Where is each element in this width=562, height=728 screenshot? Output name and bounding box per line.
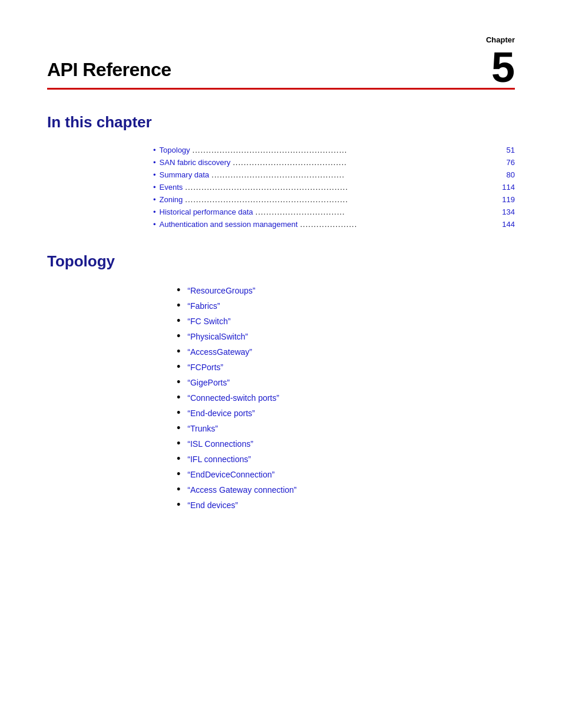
toc-dots-7: ..................... [300, 220, 495, 229]
toc-item-san: • SAN fabric discovery .................… [153, 158, 515, 167]
toc-page-7: 144 [497, 220, 515, 229]
list-item: • “ISL Connections” [177, 438, 515, 449]
topology-heading: Topology [47, 252, 515, 271]
list-item: • “FCPorts” [177, 361, 515, 372]
red-divider [47, 88, 515, 90]
link-fc-switch[interactable]: “FC Switch” [187, 317, 230, 326]
toc-link-summary[interactable]: Summary data [160, 170, 210, 179]
toc-link-topology[interactable]: Topology [160, 146, 190, 154]
toc-link-historical[interactable]: Historical performance data [160, 207, 253, 216]
toc-dots-5: ........................................… [185, 195, 495, 204]
list-item: • “Access Gateway connection” [177, 484, 515, 495]
toc-page-2: 76 [497, 158, 515, 167]
list-item: • “End devices” [177, 499, 515, 510]
bullet-icon-12: • [177, 453, 180, 464]
toc-link-events[interactable]: Events [160, 183, 183, 192]
list-item: • “IFL connections” [177, 453, 515, 464]
list-item: • “Trunks” [177, 423, 515, 433]
toc-dots-1: ........................................… [193, 146, 495, 154]
toc-item-events: • Events ...............................… [153, 183, 515, 192]
link-end-devices[interactable]: “End devices” [187, 500, 238, 510]
toc-item-historical: • Historical performance data ..........… [153, 207, 515, 216]
toc-item-summary: • Summary data .........................… [153, 170, 515, 179]
bullet-icon-2: • [177, 300, 180, 311]
list-item: • “EndDeviceConnection” [177, 469, 515, 479]
bullet-icon-14: • [177, 484, 180, 495]
list-item: • “GigePorts” [177, 377, 515, 387]
toc-link-zoning[interactable]: Zoning [160, 195, 183, 204]
toc-container: • Topology .............................… [153, 146, 515, 229]
bullet-icon-15: • [177, 499, 180, 510]
toc-page-6: 134 [497, 207, 515, 216]
bullet-icon-4: • [177, 331, 180, 341]
bullet-icon-11: • [177, 438, 180, 449]
list-item: • “Connected-switch ports” [177, 392, 515, 403]
link-gige-ports[interactable]: “GigePorts” [187, 378, 230, 387]
toc-page-1: 51 [497, 146, 515, 154]
list-item: • “AccessGateway” [177, 346, 515, 357]
topology-section: Topology • “ResourceGroups” • “Fabrics” … [47, 252, 515, 510]
list-item: • “End-device ports” [177, 407, 515, 418]
toc-bullet-5: • [153, 195, 156, 204]
link-physical-switch[interactable]: “PhysicalSwitch” [187, 332, 248, 341]
toc-link-auth[interactable]: Authentication and session management [160, 220, 298, 229]
bullet-icon-10: • [177, 423, 180, 433]
toc-bullet-7: • [153, 220, 156, 229]
page: Chapter 5 API Reference In this chapter … [0, 0, 562, 728]
toc-page-3: 80 [497, 170, 515, 179]
bullet-icon-6: • [177, 361, 180, 372]
link-connected-switch-ports[interactable]: “Connected-switch ports” [187, 393, 279, 403]
toc-page-5: 119 [497, 195, 515, 204]
toc-dots-6: ................................. [256, 207, 495, 216]
list-item: • “PhysicalSwitch” [177, 331, 515, 341]
bullet-icon-3: • [177, 315, 180, 326]
list-item: • “FC Switch” [177, 315, 515, 326]
topology-list: • “ResourceGroups” • “Fabrics” • “FC Swi… [177, 285, 515, 510]
toc-item-auth: • Authentication and session management … [153, 220, 515, 229]
toc-bullet-1: • [153, 146, 156, 154]
link-isl-connections[interactable]: “ISL Connections” [187, 439, 253, 449]
link-access-gateway[interactable]: “AccessGateway” [187, 347, 252, 357]
link-end-device-connection[interactable]: “EndDeviceConnection” [187, 470, 275, 479]
link-resource-groups[interactable]: “ResourceGroups” [187, 286, 255, 295]
link-trunks[interactable]: “Trunks” [187, 424, 218, 433]
in-this-chapter-heading: In this chapter [47, 113, 515, 131]
link-ifl-connections[interactable]: “IFL connections” [187, 454, 251, 464]
link-access-gateway-connection[interactable]: “Access Gateway connection” [187, 485, 296, 495]
toc-item-topology: • Topology .............................… [153, 146, 515, 154]
toc-bullet-4: • [153, 183, 156, 192]
toc-bullet-3: • [153, 170, 156, 179]
bullet-icon-9: • [177, 407, 180, 418]
bullet-icon-1: • [177, 285, 180, 295]
link-fc-ports[interactable]: “FCPorts” [187, 363, 223, 372]
in-this-chapter-section: In this chapter • Topology .............… [47, 113, 515, 229]
bullet-icon-8: • [177, 392, 180, 403]
chapter-number: 5 [491, 46, 515, 88]
toc-dots-3: ........................................… [211, 170, 495, 179]
toc-bullet-6: • [153, 207, 156, 216]
bullet-icon-5: • [177, 346, 180, 357]
toc-dots-4: ........................................… [185, 183, 495, 192]
bullet-icon-13: • [177, 469, 180, 479]
link-end-device-ports[interactable]: “End-device ports” [187, 409, 254, 418]
list-item: • “ResourceGroups” [177, 285, 515, 295]
page-title: API Reference [47, 59, 515, 81]
bullet-icon-7: • [177, 377, 180, 387]
list-item: • “Fabrics” [177, 300, 515, 311]
toc-dots-2: ........................................… [233, 158, 495, 167]
link-fabrics[interactable]: “Fabrics” [187, 301, 220, 311]
toc-bullet-2: • [153, 158, 156, 167]
chapter-label: Chapter [486, 35, 515, 44]
toc-page-4: 114 [497, 183, 515, 192]
toc-link-san[interactable]: SAN fabric discovery [160, 158, 231, 167]
toc-item-zoning: • Zoning ...............................… [153, 195, 515, 204]
